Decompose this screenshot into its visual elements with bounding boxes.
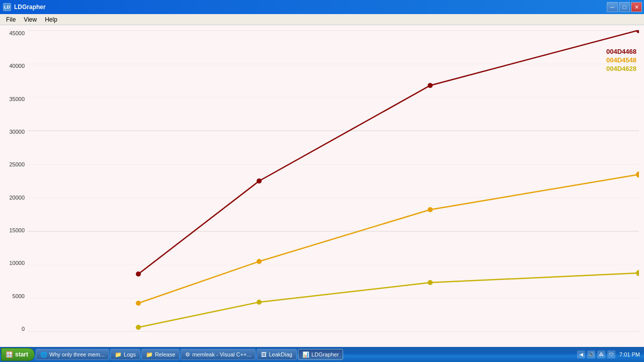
start-orb: 🪟: [6, 351, 13, 358]
series-2-point-1: [136, 301, 141, 306]
taskbar-btn-memleak-label: memleak - Visual C++...: [192, 351, 251, 357]
y-label-45000: 45000: [9, 30, 25, 36]
title-bar: LD LDGrapher ─ □ ✕: [0, 0, 644, 14]
maximize-button[interactable]: □: [619, 2, 630, 12]
legend-item-2: 004D4548: [606, 56, 636, 64]
taskbar-btn-logs-label: Logs: [124, 351, 136, 357]
y-label-25000: 25000: [9, 161, 25, 167]
series-2-line: [138, 174, 639, 303]
menu-bar: File View Help: [0, 14, 644, 25]
series-3-point-1: [136, 325, 141, 330]
taskbar-btn-ldgrapher-label: LDGrapher: [311, 351, 339, 357]
legend-item-3: 004D4628: [606, 65, 636, 72]
start-button[interactable]: 🪟 start: [1, 348, 35, 361]
series-3-point-3: [428, 280, 433, 285]
taskbar-btn-leakdiag-icon: 🖼: [261, 351, 267, 357]
taskbar-btn-ie[interactable]: 🌐 Why only three mem...: [36, 349, 109, 360]
title-bar-controls: ─ □ ✕: [607, 2, 642, 12]
y-label-20000: 20000: [9, 195, 25, 201]
taskbar-btn-release-icon: 📁: [146, 351, 153, 358]
menu-view[interactable]: View: [20, 15, 41, 24]
system-tray: ◀ 🔊 🖧 🛡 7:01 PM: [574, 350, 643, 358]
y-label-30000: 30000: [9, 129, 25, 135]
system-clock: 7:01 PM: [617, 351, 640, 357]
legend-item-1: 004D4468: [606, 48, 636, 55]
y-label-40000: 40000: [9, 63, 25, 69]
taskbar-btn-logs[interactable]: 📁 Logs: [110, 349, 140, 360]
taskbar-btn-memleak[interactable]: ⚙ memleak - Visual C++...: [181, 349, 256, 360]
menu-help[interactable]: Help: [41, 15, 61, 24]
series-2-point-2: [257, 259, 262, 264]
menu-file[interactable]: File: [2, 15, 20, 24]
chart-legend: 004D4468 004D4548 004D4628: [606, 48, 636, 72]
taskbar-btn-ie-icon: 🌐: [40, 351, 47, 358]
y-axis-labels: 0 5000 10000 15000 20000 25000 30000 350…: [0, 30, 28, 332]
series-3-point-4: [636, 270, 639, 276]
taskbar-btn-release-label: Release: [155, 351, 175, 357]
close-button[interactable]: ✕: [631, 2, 642, 12]
taskbar-btn-release[interactable]: 📁 Release: [141, 349, 180, 360]
taskbar-btn-ldgrapher[interactable]: 📊 LDGrapher: [298, 349, 343, 360]
minimize-button[interactable]: ─: [607, 2, 618, 12]
series-1-point-1: [136, 272, 141, 277]
series-1-line: [138, 30, 639, 274]
y-label-35000: 35000: [9, 96, 25, 102]
taskbar: 🪟 start 🌐 Why only three mem... 📁 Logs 📁…: [0, 347, 644, 362]
y-label-15000: 15000: [9, 227, 25, 233]
taskbar-btn-ie-label: Why only three mem...: [49, 351, 105, 357]
taskbar-btn-leakdiag-label: LeakDiag: [269, 351, 292, 357]
series-1-point-3: [428, 83, 433, 88]
y-label-10000: 10000: [9, 260, 25, 266]
taskbar-btn-memleak-icon: ⚙: [185, 351, 190, 358]
tray-icon-security: 🛡: [607, 350, 615, 358]
taskbar-btn-logs-icon: 📁: [115, 351, 122, 358]
app-icon: LD: [3, 3, 11, 11]
series-2-point-3: [428, 207, 433, 212]
taskbar-btn-leakdiag[interactable]: 🖼 LeakDiag: [257, 349, 296, 360]
series-1-point-4: [636, 30, 639, 33]
chart-container: 0 5000 10000 15000 20000 25000 30000 350…: [0, 25, 644, 347]
series-3-line: [138, 273, 639, 327]
tray-icon-1: ◀: [577, 350, 585, 358]
series-3-point-2: [257, 300, 262, 305]
taskbar-btn-ldgrapher-icon: 📊: [302, 351, 309, 358]
y-label-5000: 5000: [13, 293, 25, 299]
tray-icon-2: 🔊: [587, 350, 595, 358]
chart-svg: [28, 30, 639, 332]
series-2-point-4: [636, 171, 639, 177]
y-label-0: 0: [22, 326, 25, 332]
title-bar-left: LD LDGrapher: [3, 3, 46, 11]
start-label: start: [15, 351, 28, 358]
series-1-point-2: [257, 178, 262, 184]
window-title: LDGrapher: [14, 4, 46, 11]
tray-icon-network: 🖧: [597, 350, 605, 358]
